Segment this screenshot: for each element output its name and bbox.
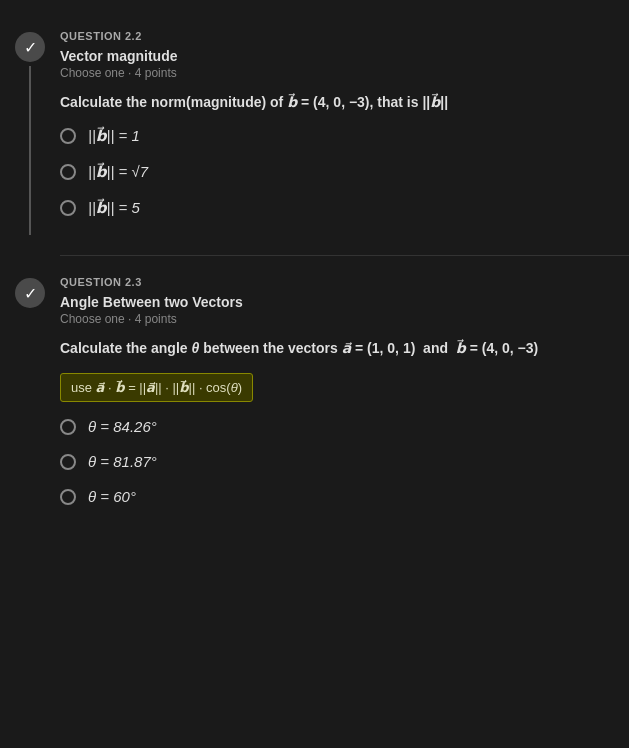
timeline-line [29,66,31,235]
option-q2-3-3[interactable]: θ = 60° [60,488,609,505]
option-q2-2-3[interactable]: ||b⃗|| = 5 [60,199,609,217]
question-2-3-meta: Choose one · 4 points [60,312,609,326]
radio-q2-2-2[interactable] [60,164,76,180]
question-2-2-title: Vector magnitude [60,48,609,64]
radio-q2-2-1[interactable] [60,128,76,144]
radio-q2-3-3[interactable] [60,489,76,505]
radio-q2-3-2[interactable] [60,454,76,470]
question-2-2-prompt: Calculate the norm(magnitude) of b⃗ = (4… [60,92,609,113]
radio-q2-2-3[interactable] [60,200,76,216]
timeline-col: ✓ [0,30,60,235]
quiz-container: ✓ QUESTION 2.2 Vector magnitude Choose o… [0,0,629,553]
option-q2-3-1[interactable]: θ = 84.26° [60,418,609,435]
q2-3-content: QUESTION 2.3 Angle Between two Vectors C… [60,276,629,523]
option-q2-2-2[interactable]: ||b⃗|| = √7 [60,163,609,181]
timeline-col-2: ✓ [0,276,60,523]
option-q2-2-3-text: ||b⃗|| = 5 [88,199,140,217]
hint-box: use a⃗ · b⃗ = ||a⃗|| · ||b⃗|| · cos(θ) [60,373,253,402]
option-q2-2-2-text: ||b⃗|| = √7 [88,163,148,181]
option-q2-2-1-text: ||b⃗|| = 1 [88,127,140,145]
option-q2-3-3-text: θ = 60° [88,488,136,505]
question-2-3-title: Angle Between two Vectors [60,294,609,310]
q2-2-content: QUESTION 2.2 Vector magnitude Choose one… [60,30,629,235]
question-2-2-meta: Choose one · 4 points [60,66,609,80]
option-q2-3-1-text: θ = 84.26° [88,418,157,435]
question-2-2-block: ✓ QUESTION 2.2 Vector magnitude Choose o… [0,10,629,255]
question-2-3-prompt: Calculate the angle θ between the vector… [60,338,609,359]
question-2-3-block: ✓ QUESTION 2.3 Angle Between two Vectors… [0,256,629,543]
radio-q2-3-1[interactable] [60,419,76,435]
option-q2-2-1[interactable]: ||b⃗|| = 1 [60,127,609,145]
question-2-3-label: QUESTION 2.3 [60,276,609,288]
check-circle-q2-2: ✓ [15,32,45,62]
question-2-2-label: QUESTION 2.2 [60,30,609,42]
check-circle-q2-3: ✓ [15,278,45,308]
option-q2-3-2[interactable]: θ = 81.87° [60,453,609,470]
option-q2-3-2-text: θ = 81.87° [88,453,157,470]
